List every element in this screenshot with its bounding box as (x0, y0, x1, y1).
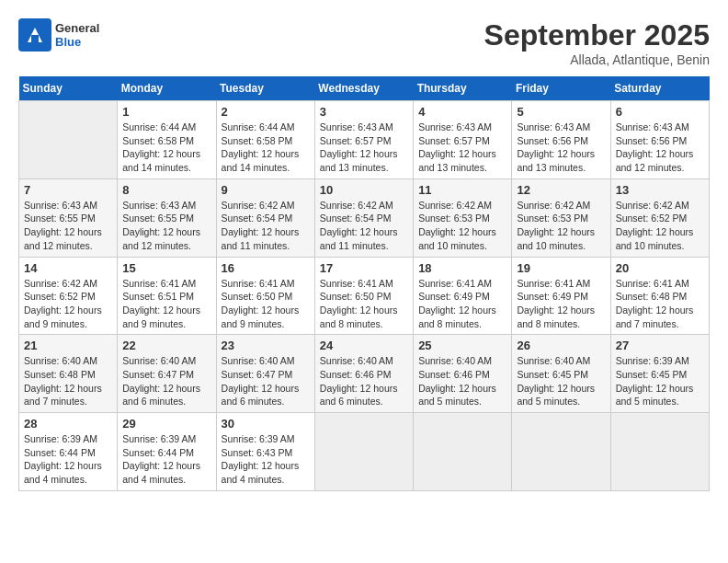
day-info: Sunrise: 6:41 AM Sunset: 6:50 PM Dayligh… (222, 277, 310, 331)
day-cell: 8 Sunrise: 6:43 AM Sunset: 6:55 PM Dayli… (118, 178, 216, 257)
week-row-3: 14 Sunrise: 6:42 AM Sunset: 6:52 PM Dayl… (19, 257, 710, 335)
day-info: Sunrise: 6:40 AM Sunset: 6:47 PM Dayligh… (222, 354, 310, 408)
location-subtitle: Allada, Atlantique, Benin (484, 52, 710, 67)
logo-icon (18, 18, 51, 52)
day-cell: 14 Sunrise: 6:42 AM Sunset: 6:52 PM Dayl… (19, 257, 118, 335)
day-info: Sunrise: 6:43 AM Sunset: 6:56 PM Dayligh… (616, 121, 704, 175)
day-info: Sunrise: 6:40 AM Sunset: 6:47 PM Dayligh… (122, 354, 210, 408)
week-row-2: 7 Sunrise: 6:43 AM Sunset: 6:55 PM Dayli… (19, 178, 710, 257)
day-cell: 20 Sunrise: 6:41 AM Sunset: 6:48 PM Dayl… (610, 257, 709, 335)
day-number: 6 (616, 105, 704, 119)
day-cell: 1 Sunrise: 6:44 AM Sunset: 6:58 PM Dayli… (118, 101, 216, 179)
header-day-monday: Monday (118, 76, 216, 101)
day-number: 10 (320, 183, 408, 197)
day-cell: 24 Sunrise: 6:40 AM Sunset: 6:46 PM Dayl… (314, 335, 413, 413)
month-title: September 2025 (484, 18, 710, 52)
logo: General Blue (18, 18, 99, 52)
day-cell: 4 Sunrise: 6:43 AM Sunset: 6:57 PM Dayli… (414, 101, 512, 179)
header-day-tuesday: Tuesday (216, 76, 314, 101)
day-cell: 2 Sunrise: 6:44 AM Sunset: 6:58 PM Dayli… (216, 101, 314, 179)
title-block: September 2025 Allada, Atlantique, Benin (484, 18, 710, 67)
day-info: Sunrise: 6:39 AM Sunset: 6:43 PM Dayligh… (222, 432, 310, 487)
day-cell: 16 Sunrise: 6:41 AM Sunset: 6:50 PM Dayl… (216, 257, 314, 335)
day-number: 2 (222, 105, 310, 119)
day-info: Sunrise: 6:42 AM Sunset: 6:52 PM Dayligh… (616, 199, 704, 253)
day-cell: 6 Sunrise: 6:43 AM Sunset: 6:56 PM Dayli… (610, 101, 709, 179)
logo-text: General Blue (55, 21, 99, 49)
day-info: Sunrise: 6:43 AM Sunset: 6:56 PM Dayligh… (517, 121, 605, 175)
day-cell: 23 Sunrise: 6:40 AM Sunset: 6:47 PM Dayl… (216, 335, 314, 413)
day-number: 24 (320, 339, 408, 352)
day-cell (512, 413, 610, 491)
day-cell: 5 Sunrise: 6:43 AM Sunset: 6:56 PM Dayli… (512, 101, 610, 179)
day-number: 30 (222, 417, 310, 431)
day-cell: 17 Sunrise: 6:41 AM Sunset: 6:50 PM Dayl… (314, 257, 413, 335)
header-day-saturday: Saturday (610, 76, 709, 101)
day-number: 5 (517, 105, 605, 119)
day-cell: 19 Sunrise: 6:41 AM Sunset: 6:49 PM Dayl… (512, 257, 610, 335)
day-number: 19 (517, 261, 605, 275)
header-day-thursday: Thursday (414, 76, 512, 101)
calendar-body: 1 Sunrise: 6:44 AM Sunset: 6:58 PM Dayli… (19, 101, 710, 491)
day-info: Sunrise: 6:43 AM Sunset: 6:57 PM Dayligh… (418, 121, 506, 175)
day-cell: 7 Sunrise: 6:43 AM Sunset: 6:55 PM Dayli… (19, 178, 118, 257)
day-info: Sunrise: 6:40 AM Sunset: 6:46 PM Dayligh… (320, 354, 408, 408)
day-info: Sunrise: 6:41 AM Sunset: 6:49 PM Dayligh… (418, 277, 506, 331)
header-day-sunday: Sunday (19, 76, 118, 101)
header-row: SundayMondayTuesdayWednesdayThursdayFrid… (19, 76, 710, 101)
day-number: 1 (122, 105, 210, 119)
day-number: 11 (418, 183, 506, 197)
day-number: 28 (24, 417, 112, 431)
header-day-friday: Friday (512, 76, 610, 101)
day-number: 7 (24, 183, 112, 197)
day-cell (314, 413, 413, 491)
day-number: 14 (24, 261, 112, 275)
day-info: Sunrise: 6:39 AM Sunset: 6:44 PM Dayligh… (24, 432, 112, 487)
day-info: Sunrise: 6:43 AM Sunset: 6:57 PM Dayligh… (320, 121, 408, 175)
day-number: 22 (122, 339, 210, 352)
header-day-wednesday: Wednesday (314, 76, 413, 101)
day-cell (414, 413, 512, 491)
day-cell: 25 Sunrise: 6:40 AM Sunset: 6:46 PM Dayl… (414, 335, 512, 413)
day-cell: 27 Sunrise: 6:39 AM Sunset: 6:45 PM Dayl… (610, 335, 709, 413)
day-info: Sunrise: 6:41 AM Sunset: 6:50 PM Dayligh… (320, 277, 408, 331)
day-cell: 18 Sunrise: 6:41 AM Sunset: 6:49 PM Dayl… (414, 257, 512, 335)
day-info: Sunrise: 6:42 AM Sunset: 6:54 PM Dayligh… (320, 199, 408, 253)
day-info: Sunrise: 6:40 AM Sunset: 6:46 PM Dayligh… (418, 354, 506, 408)
day-info: Sunrise: 6:42 AM Sunset: 6:53 PM Dayligh… (418, 199, 506, 253)
day-number: 17 (320, 261, 408, 275)
day-info: Sunrise: 6:41 AM Sunset: 6:48 PM Dayligh… (616, 277, 704, 331)
day-info: Sunrise: 6:39 AM Sunset: 6:45 PM Dayligh… (616, 354, 704, 408)
week-row-5: 28 Sunrise: 6:39 AM Sunset: 6:44 PM Dayl… (19, 413, 710, 491)
day-cell: 15 Sunrise: 6:41 AM Sunset: 6:51 PM Dayl… (118, 257, 216, 335)
day-cell: 10 Sunrise: 6:42 AM Sunset: 6:54 PM Dayl… (314, 178, 413, 257)
day-number: 25 (418, 339, 506, 352)
day-cell: 13 Sunrise: 6:42 AM Sunset: 6:52 PM Dayl… (610, 178, 709, 257)
svg-rect-2 (31, 35, 39, 42)
day-cell: 22 Sunrise: 6:40 AM Sunset: 6:47 PM Dayl… (118, 335, 216, 413)
day-number: 9 (222, 183, 310, 197)
day-info: Sunrise: 6:44 AM Sunset: 6:58 PM Dayligh… (222, 121, 310, 175)
day-cell: 3 Sunrise: 6:43 AM Sunset: 6:57 PM Dayli… (314, 101, 413, 179)
day-info: Sunrise: 6:42 AM Sunset: 6:52 PM Dayligh… (24, 277, 112, 331)
day-number: 12 (517, 183, 605, 197)
day-info: Sunrise: 6:41 AM Sunset: 6:51 PM Dayligh… (122, 277, 210, 331)
calendar-table: SundayMondayTuesdayWednesdayThursdayFrid… (18, 76, 710, 491)
day-info: Sunrise: 6:40 AM Sunset: 6:48 PM Dayligh… (24, 354, 112, 408)
day-cell (610, 413, 709, 491)
day-cell: 26 Sunrise: 6:40 AM Sunset: 6:45 PM Dayl… (512, 335, 610, 413)
day-info: Sunrise: 6:41 AM Sunset: 6:49 PM Dayligh… (517, 277, 605, 331)
day-cell: 21 Sunrise: 6:40 AM Sunset: 6:48 PM Dayl… (19, 335, 118, 413)
page-header: General Blue September 2025 Allada, Atla… (18, 18, 710, 67)
day-number: 23 (222, 339, 310, 352)
day-cell: 28 Sunrise: 6:39 AM Sunset: 6:44 PM Dayl… (19, 413, 118, 491)
day-number: 3 (320, 105, 408, 119)
day-cell: 11 Sunrise: 6:42 AM Sunset: 6:53 PM Dayl… (414, 178, 512, 257)
day-info: Sunrise: 6:44 AM Sunset: 6:58 PM Dayligh… (122, 121, 210, 175)
day-info: Sunrise: 6:43 AM Sunset: 6:55 PM Dayligh… (24, 199, 112, 253)
day-number: 21 (24, 339, 112, 352)
day-info: Sunrise: 6:40 AM Sunset: 6:45 PM Dayligh… (517, 354, 605, 408)
day-cell: 29 Sunrise: 6:39 AM Sunset: 6:44 PM Dayl… (118, 413, 216, 491)
day-cell (19, 101, 118, 179)
calendar-header: SundayMondayTuesdayWednesdayThursdayFrid… (19, 76, 710, 101)
